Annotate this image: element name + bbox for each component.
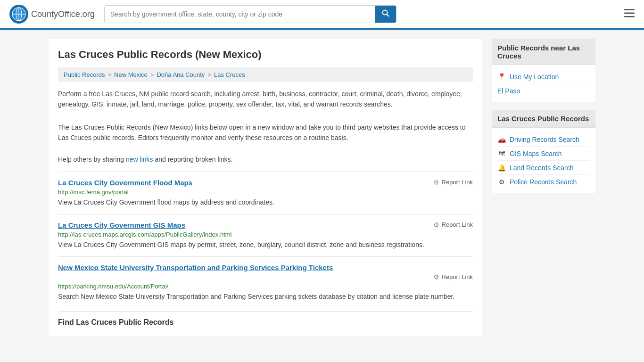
header: CountyOffice.org	[0, 0, 644, 30]
location-pin-icon: 📍	[497, 73, 506, 81]
svg-rect-10	[624, 16, 635, 17]
breadcrumb-dona-ana[interactable]: Doña Ana County	[157, 71, 205, 78]
sidebar-el-paso[interactable]: El Paso	[497, 84, 590, 98]
result-url-3: https://parking.nmsu.edu/Account/Portal/	[58, 283, 473, 290]
land-records-link[interactable]: Land Records Search	[510, 164, 573, 172]
search-icon	[382, 9, 389, 17]
help-post: and reporting broken links.	[153, 156, 233, 163]
sidebar: Public Records near Las Cruces 📍 Use My …	[492, 39, 595, 336]
report-link-btn-1[interactable]: ⚙ Report Link	[433, 179, 473, 186]
result-title-1[interactable]: La Cruces City Government Flood Maps	[58, 179, 192, 187]
result-title-2[interactable]: La Cruces City Government GIS Maps	[58, 221, 185, 229]
result-url-1: http://msc.fema.gov/portal	[58, 189, 473, 196]
result-desc-2: View La Cruces City Government GIS maps …	[58, 240, 473, 250]
sidebar-gis-maps[interactable]: GIS Maps Search	[497, 147, 590, 161]
result-item-2: La Cruces City Government GIS Maps ⚙ Rep…	[58, 214, 473, 256]
find-section: Find Las Cruces Public Records	[58, 311, 473, 327]
report-link-icon-1: ⚙	[433, 179, 439, 186]
menu-button[interactable]	[624, 8, 635, 20]
search-input[interactable]	[105, 6, 375, 23]
result-url-2: http://las-cruces.maps.arcgis.com/apps/P…	[58, 231, 473, 238]
sidebar-land-records[interactable]: Land Records Search	[497, 161, 590, 175]
report-link-label-3: Report Link	[442, 273, 473, 280]
land-icon	[497, 164, 506, 172]
sidebar-use-location[interactable]: 📍 Use My Location	[497, 70, 590, 84]
description-text-1: Perform a free Las Cruces, NM public rec…	[58, 89, 473, 110]
logo-icon	[9, 5, 28, 24]
result-title-row-1: La Cruces City Government Flood Maps ⚙ R…	[58, 179, 473, 187]
new-links-link[interactable]: new links	[126, 156, 153, 163]
police-icon	[497, 178, 506, 186]
result-title-row-2: La Cruces City Government GIS Maps ⚙ Rep…	[58, 221, 473, 229]
breadcrumb: Public Records > New Mexico > Doña Ana C…	[58, 67, 473, 82]
logo-brand: CountyOffice	[31, 9, 80, 19]
result-desc-1: View La Cruces City Government flood map…	[58, 197, 473, 207]
main-container: Las Cruces Public Records (New Mexico) P…	[39, 30, 605, 346]
page-title: Las Cruces Public Records (New Mexico)	[58, 49, 473, 61]
driving-records-link[interactable]: Driving Records Search	[510, 136, 579, 143]
sidebar-nearby-body: 📍 Use My Location El Paso	[492, 65, 595, 102]
logo-area[interactable]: CountyOffice.org	[9, 5, 95, 24]
description-text-2: The Las Cruces Public Records (New Mexic…	[58, 122, 473, 143]
sidebar-lc-records-header: Las Cruces Public Records	[492, 110, 595, 128]
report-link-icon-2: ⚙	[433, 221, 439, 229]
search-bar-wrapper	[104, 5, 396, 23]
sidebar-police-records[interactable]: Police Records Search	[497, 175, 590, 189]
breadcrumb-sep-2: >	[150, 71, 154, 78]
result-item-1: La Cruces City Government Flood Maps ⚙ R…	[58, 172, 473, 214]
report-link-icon-3: ⚙	[433, 273, 439, 281]
find-section-title: Find Las Cruces Public Records	[58, 318, 473, 327]
car-icon	[497, 135, 506, 143]
breadcrumb-sep-3: >	[207, 71, 211, 78]
hamburger-icon	[624, 9, 635, 17]
result-title-row-3-top: New Mexico State University Transportati…	[58, 263, 473, 272]
svg-rect-8	[624, 9, 635, 10]
police-records-link[interactable]: Police Records Search	[510, 178, 577, 186]
sidebar-lc-records-box: Las Cruces Public Records Driving Record…	[492, 110, 595, 193]
sidebar-nearby-header: Public Records near Las Cruces	[492, 39, 595, 65]
logo-suffix: .org	[80, 9, 95, 19]
result-title-3[interactable]: New Mexico State University Transportati…	[58, 263, 333, 272]
report-link-btn-3[interactable]: ⚙ Report Link	[433, 273, 473, 281]
report-link-label-2: Report Link	[442, 221, 473, 228]
help-text: Help others by sharing new links and rep…	[58, 156, 473, 163]
el-paso-link[interactable]: El Paso	[497, 87, 520, 95]
svg-line-7	[387, 15, 389, 17]
svg-rect-9	[624, 13, 635, 14]
sidebar-nearby-box: Public Records near Las Cruces 📍 Use My …	[492, 39, 595, 102]
map-icon	[497, 149, 506, 157]
search-button[interactable]	[375, 6, 396, 23]
svg-point-6	[382, 10, 387, 15]
breadcrumb-public-records[interactable]: Public Records	[64, 71, 105, 78]
sidebar-lc-records-body: Driving Records Search GIS Maps Search L…	[492, 128, 595, 193]
help-pre: Help others by sharing	[58, 156, 126, 163]
logo-text: CountyOffice.org	[31, 9, 95, 19]
result-item-3: New Mexico State University Transportati…	[58, 256, 473, 308]
result-desc-3: Search New Mexico State University Trans…	[58, 292, 473, 302]
report-link-label-1: Report Link	[442, 179, 473, 186]
report-link-row-3: ⚙ Report Link	[58, 273, 473, 281]
use-my-location-link[interactable]: Use My Location	[510, 73, 559, 81]
report-link-btn-2[interactable]: ⚙ Report Link	[433, 221, 473, 229]
breadcrumb-las-cruces[interactable]: Las Cruces	[214, 71, 245, 78]
sidebar-driving-records[interactable]: Driving Records Search	[497, 132, 590, 147]
breadcrumb-sep-1: >	[107, 71, 111, 78]
content-area: Las Cruces Public Records (New Mexico) P…	[49, 39, 482, 336]
breadcrumb-new-mexico[interactable]: New Mexico	[114, 71, 148, 78]
gis-maps-link[interactable]: GIS Maps Search	[510, 150, 562, 157]
